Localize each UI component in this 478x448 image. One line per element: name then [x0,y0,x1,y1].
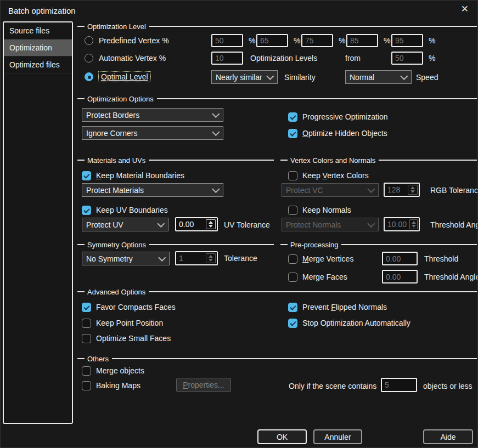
spinner-arrows-icon[interactable] [409,219,418,229]
cancel-button[interactable]: Annuler [313,429,362,444]
checkbox-keep-point-position[interactable]: Keep Point Position [82,317,163,328]
dialog-title: Batch optimization [8,6,76,15]
chevron-down-icon [266,72,274,80]
close-icon[interactable]: ✕ [461,4,469,14]
from-label: from [345,54,361,63]
checkbox-merge-vertices[interactable]: Merge Vertices [288,253,353,264]
percent-label: % [429,36,435,45]
group-title: Pre-processing [290,241,338,249]
sidebar: Source files Optimization Optimized file… [3,21,73,424]
from-percent-input[interactable]: 50 [391,52,423,65]
uv-tolerance-label: UV Tolerance [224,220,270,229]
checkbox-icon [288,206,297,215]
predefined-percent-input-2[interactable]: 65 [256,34,288,47]
radio-automatic-vertex[interactable]: Automatic Vertex % [85,53,166,64]
group-others: Others [77,355,477,362]
protect-normals-dropdown[interactable]: Protect Normals [282,218,379,231]
protect-uv-dropdown[interactable]: Protect UV [82,218,168,231]
predefined-percent-input-4[interactable]: 85 [346,34,378,47]
checkbox-icon [82,366,91,376]
checkbox-icon [82,171,91,180]
protect-borders-dropdown[interactable]: Protect Borders [82,108,223,122]
optimization-levels-label: Optimization Levels [250,54,317,63]
checkbox-keep-material-boundaries[interactable]: Keep Material Boundaries [82,170,184,181]
predefined-percent-input-1[interactable]: 50 [211,34,243,47]
checkbox-favor-compacts-faces[interactable]: Favor Compacts Faces [82,302,176,313]
scene-contains-label: Only if the scene contains [289,382,376,390]
chevron-down-icon [400,72,408,80]
merge-threshold-input[interactable]: 0.00 [382,252,418,265]
checkbox-icon [288,319,297,328]
checkbox-keep-uv-boundaries[interactable]: Keep UV Boundaries [82,205,168,216]
group-advanced-options: Advanced Options [77,288,477,296]
group-title: Vertex Colors and Normals [290,156,375,165]
percent-label: % [339,36,345,45]
checkbox-icon [288,303,297,312]
properties-button[interactable]: Properties... [176,378,231,392]
percent-label: % [429,54,435,63]
rgb-tolerance-label: RGB Tolerance [430,186,478,195]
checkbox-optimize-small-faces[interactable]: Optimize Small Faces [82,333,171,344]
chevron-down-icon [367,219,375,227]
checkbox-icon [82,381,91,390]
checkbox-keep-vertex-colors[interactable]: Keep Vertex Colors [288,170,369,181]
ignore-corners-dropdown[interactable]: Ignore Corners [82,126,223,140]
merge-faces-threshold-label: Threshold Angle [424,273,478,281]
chevron-down-icon [212,128,220,135]
group-title: Others [87,355,109,363]
symmetry-tolerance-spinner[interactable]: 1 [175,251,218,265]
group-title: Optimization Options [87,95,154,103]
group-pre-processing: Pre-processing [280,241,477,248]
group-title: Advanced Options [87,288,145,296]
symmetry-dropdown[interactable]: No Symmetry [82,252,170,265]
spinner-arrows-icon[interactable] [408,185,418,195]
sidebar-item-optimized-files[interactable]: Optimized files [4,56,72,73]
protect-vc-dropdown[interactable]: Protect VC [282,183,379,197]
sidebar-item-source-files[interactable]: Source files [4,22,72,39]
help-button[interactable]: Aide [423,429,473,444]
checkbox-prevent-flipped-normals[interactable]: Prevent Flipped Normals [288,302,387,313]
spinner-arrows-icon[interactable] [206,253,216,263]
group-vertex-colors-normals: Vertex Colors and Normals [280,156,477,164]
checkbox-merge-faces[interactable]: Merge Faces [288,271,347,282]
checkbox-icon [288,254,297,264]
ok-button[interactable]: OK [257,429,307,444]
checkbox-icon [82,206,91,215]
checkbox-baking-maps[interactable]: Baking Maps [82,380,140,391]
symmetry-tolerance-label: Tolerance [224,254,257,263]
chevron-down-icon [212,110,220,117]
checkbox-keep-normals[interactable]: Keep Normals [288,205,351,216]
protect-materials-dropdown[interactable]: Protect Materials [82,183,223,197]
radio-icon [85,36,93,45]
checkbox-icon [82,334,91,343]
similarity-label: Similarity [284,73,316,82]
checkbox-icon [288,273,297,282]
radio-optimal-level[interactable]: Optimal Level [85,71,150,82]
checkbox-stop-optimization-automatically[interactable]: Stop Optimization Automatically [288,317,410,328]
checkbox-icon [288,171,297,180]
chevron-down-icon [158,253,166,261]
radio-predefined-vertex[interactable]: Predefined Vertex % [85,35,169,46]
threshold-angle-label: Threshold Angle [430,220,478,229]
checkbox-merge-objects[interactable]: Merge objects [82,365,144,376]
similarity-dropdown[interactable]: Nearly similar [211,70,278,84]
threshold-angle-spinner[interactable]: 10.00 [384,217,420,231]
speed-dropdown[interactable]: Normal [345,70,412,84]
checkbox-optimize-hidden-objects[interactable]: Optimize Hidden Objects [288,128,387,139]
radio-icon [85,72,93,81]
rgb-tolerance-spinner[interactable]: 128 [384,183,420,197]
sidebar-item-optimization[interactable]: Optimization [4,39,72,56]
optimization-levels-input[interactable]: 10 [211,52,243,65]
group-symmetry-options: Symmetry Options [77,241,274,248]
merge-faces-threshold-input[interactable]: 0.00 [382,270,418,283]
uv-tolerance-spinner[interactable]: 0.00 [175,217,218,231]
predefined-percent-input-3[interactable]: 75 [301,34,333,47]
radio-icon [85,54,93,63]
chevron-down-icon [212,185,220,192]
checkbox-progressive-optimization[interactable]: Progressive Optimization [288,111,388,122]
chevron-down-icon [367,185,375,192]
objects-or-less-label: objects or less [423,382,472,390]
predefined-percent-input-5[interactable]: 95 [391,34,423,47]
spinner-arrows-icon[interactable] [206,219,216,229]
scene-count-input[interactable]: 5 [381,378,417,392]
